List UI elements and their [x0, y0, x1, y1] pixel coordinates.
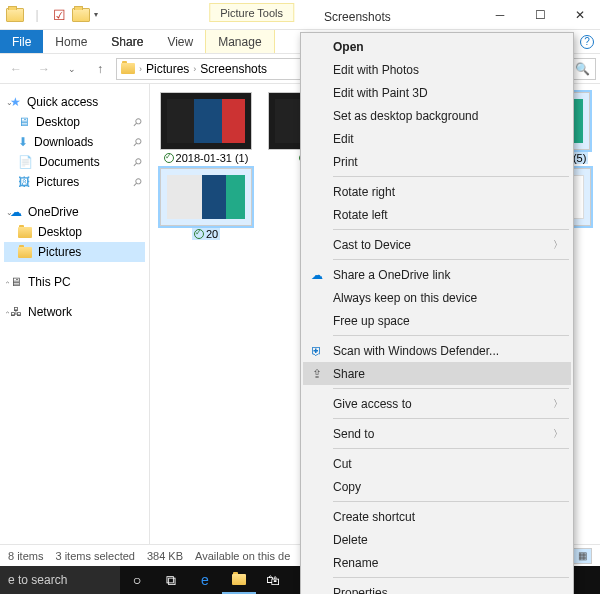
nav-desktop[interactable]: 🖥Desktop⚲: [4, 112, 145, 132]
nav-downloads[interactable]: ⬇Downloads⚲: [4, 132, 145, 152]
tab-manage[interactable]: Manage: [205, 30, 274, 53]
close-button[interactable]: ✕: [560, 0, 600, 30]
store-icon[interactable]: 🛍: [256, 566, 290, 594]
nav-network[interactable]: ›🖧Network: [4, 302, 145, 322]
ctxm-delete[interactable]: Delete: [303, 528, 571, 551]
status-size: 384 KB: [147, 550, 183, 562]
chevron-down-icon[interactable]: ▾: [94, 10, 98, 19]
tab-file[interactable]: File: [0, 30, 43, 53]
ctxm-defender[interactable]: ⛨Scan with Windows Defender...: [303, 339, 571, 362]
pin-icon: ⚲: [130, 175, 145, 190]
back-button[interactable]: ←: [4, 57, 28, 81]
ctxm-edit-paint3d[interactable]: Edit with Paint 3D: [303, 81, 571, 104]
window-title: Screenshots: [324, 10, 391, 24]
pin-icon: ⚲: [130, 135, 145, 150]
pin-icon: ⚲: [130, 115, 145, 130]
ctxm-separator: [333, 448, 569, 449]
folder-icon: [18, 227, 32, 238]
sync-icon: [194, 229, 204, 239]
chevron-right-icon: ›: [193, 64, 196, 74]
ctxm-separator: [333, 388, 569, 389]
chevron-right-icon: 〉: [553, 238, 563, 252]
ctxm-give-access[interactable]: Give access to〉: [303, 392, 571, 415]
sync-icon: [164, 153, 174, 163]
thumbnails-view-button[interactable]: ▦: [572, 548, 592, 564]
onedrive-icon: ☁: [309, 267, 325, 283]
ctxm-separator: [333, 335, 569, 336]
nav-onedrive[interactable]: ⌄☁OneDrive: [4, 202, 145, 222]
ctxm-separator: [333, 229, 569, 230]
recent-locations-button[interactable]: ⌄: [60, 57, 84, 81]
nav-quick-access[interactable]: ⌄★Quick access: [4, 92, 145, 112]
navigation-pane: ⌄★Quick access 🖥Desktop⚲ ⬇Downloads⚲ 📄Do…: [0, 84, 150, 564]
ctxm-create-shortcut[interactable]: Create shortcut: [303, 505, 571, 528]
qat-properties-icon[interactable]: ☑: [48, 4, 70, 26]
nav-documents[interactable]: 📄Documents⚲: [4, 152, 145, 172]
folder-icon: [121, 63, 135, 74]
quick-access-toolbar: | ☑ ▾: [0, 4, 98, 26]
forward-button[interactable]: →: [32, 57, 56, 81]
nav-od-desktop[interactable]: Desktop: [4, 222, 145, 242]
share-icon: ⇪: [309, 366, 325, 382]
ctxm-separator: [333, 577, 569, 578]
tab-share[interactable]: Share: [99, 30, 155, 53]
shield-icon: ⛨: [309, 343, 325, 359]
maximize-button[interactable]: ☐: [520, 0, 560, 30]
ctxm-share-onedrive[interactable]: ☁Share a OneDrive link: [303, 263, 571, 286]
file-item[interactable]: 20: [154, 168, 258, 240]
ctxm-edit-photos[interactable]: Edit with Photos: [303, 58, 571, 81]
ctxm-copy[interactable]: Copy: [303, 475, 571, 498]
chevron-right-icon: 〉: [553, 427, 563, 441]
status-selected: 3 items selected: [55, 550, 134, 562]
ctxm-edit[interactable]: Edit: [303, 127, 571, 150]
chevron-right-icon: ›: [139, 64, 142, 74]
file-item[interactable]: 2018-01-31 (1): [154, 92, 258, 164]
edge-icon[interactable]: e: [188, 566, 222, 594]
thumbnail: [160, 92, 252, 150]
contextual-group-label: Picture Tools: [220, 7, 283, 19]
title-center: Picture Tools Screenshots: [209, 5, 390, 24]
taskbar-search[interactable]: e to search: [0, 566, 120, 594]
help-icon[interactable]: ?: [580, 35, 594, 49]
ctxm-send-to[interactable]: Send to〉: [303, 422, 571, 445]
thumbnail: [160, 168, 252, 226]
ctxm-always-keep[interactable]: Always keep on this device: [303, 286, 571, 309]
task-view-icon[interactable]: ⧉: [154, 566, 188, 594]
window-controls: ─ ☐ ✕: [480, 0, 600, 30]
ctxm-free-space[interactable]: Free up space: [303, 309, 571, 332]
minimize-button[interactable]: ─: [480, 0, 520, 30]
qat-new-folder-icon[interactable]: [70, 4, 92, 26]
ctxm-rotate-right[interactable]: Rotate right: [303, 180, 571, 203]
ctxm-rotate-left[interactable]: Rotate left: [303, 203, 571, 226]
ctxm-rename[interactable]: Rename: [303, 551, 571, 574]
chevron-right-icon: 〉: [553, 397, 563, 411]
up-button[interactable]: ↑: [88, 57, 112, 81]
context-menu: Open Edit with Photos Edit with Paint 3D…: [300, 32, 574, 594]
breadcrumb-level1[interactable]: Pictures: [146, 62, 189, 76]
ctxm-set-background[interactable]: Set as desktop background: [303, 104, 571, 127]
status-availability: Available on this de: [195, 550, 290, 562]
pin-icon: ⚲: [130, 155, 145, 170]
ctxm-cast[interactable]: Cast to Device〉: [303, 233, 571, 256]
tab-view[interactable]: View: [155, 30, 205, 53]
nav-this-pc[interactable]: ›🖥This PC: [4, 272, 145, 292]
file-explorer-icon[interactable]: [222, 566, 256, 594]
breadcrumb-level2[interactable]: Screenshots: [200, 62, 267, 76]
ctxm-cut[interactable]: Cut: [303, 452, 571, 475]
qat-separator: |: [26, 4, 48, 26]
ctxm-separator: [333, 176, 569, 177]
ctxm-share[interactable]: ⇪Share: [303, 362, 571, 385]
ctxm-separator: [333, 418, 569, 419]
ctxm-properties[interactable]: Properties: [303, 581, 571, 594]
nav-pictures[interactable]: 🖼Pictures⚲: [4, 172, 145, 192]
title-bar: | ☑ ▾ Picture Tools Screenshots ─ ☐ ✕: [0, 0, 600, 30]
ctxm-print[interactable]: Print: [303, 150, 571, 173]
contextual-tab-label: Picture Tools: [209, 3, 294, 22]
folder-icon: [18, 247, 32, 258]
ctxm-open[interactable]: Open: [303, 35, 571, 58]
qat-folder-icon[interactable]: [4, 4, 26, 26]
tab-home[interactable]: Home: [43, 30, 99, 53]
nav-od-pictures[interactable]: Pictures: [4, 242, 145, 262]
cortana-icon[interactable]: ○: [120, 566, 154, 594]
ctxm-separator: [333, 259, 569, 260]
